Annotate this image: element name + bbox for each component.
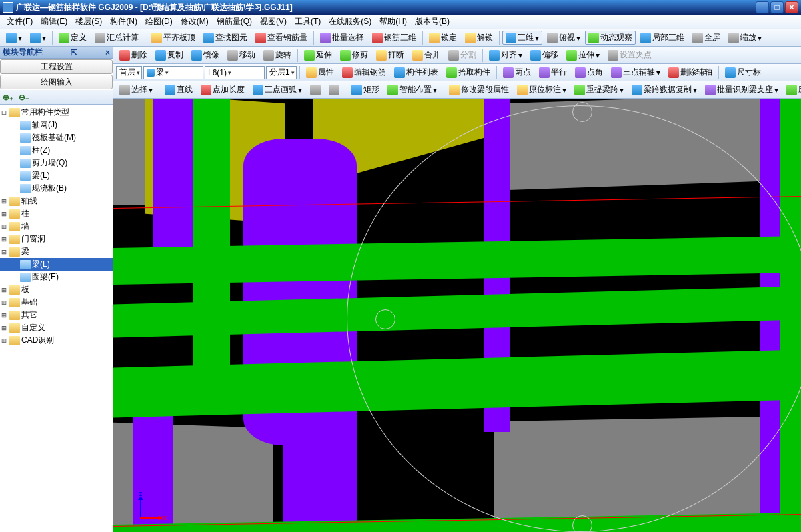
parallel-button[interactable]: 平行 [536, 65, 570, 79]
fullscreen-button[interactable]: 全屏 [689, 31, 724, 45]
tree-cat[interactable]: ⊞柱 [0, 207, 113, 220]
local-3d-button[interactable]: 局部三维 [637, 31, 688, 45]
select-button[interactable]: 选择▾ [116, 83, 156, 97]
minimize-button[interactable]: _ [756, 1, 769, 13]
tree-root[interactable]: ⊟常用构件类型 [0, 106, 113, 119]
menu-component[interactable]: 构件(N) [106, 16, 141, 27]
menu-file[interactable]: 文件(F) [3, 16, 37, 27]
apply-button[interactable]: 应用 [783, 83, 801, 97]
toolbar-small[interactable] [307, 83, 324, 97]
menu-floor[interactable]: 楼层(S) [71, 16, 106, 27]
redo-button[interactable]: ▾ [27, 31, 49, 45]
dim-label-button[interactable]: 尺寸标 [722, 65, 764, 79]
tree-beam-l[interactable]: 梁(L) [0, 258, 113, 271]
three-d-button[interactable]: 三维▾ [502, 31, 542, 45]
menu-view[interactable]: 视图(V) [256, 16, 291, 27]
tree-cat[interactable]: ⊞CAD识别 [0, 334, 113, 347]
toolbar-small2[interactable] [325, 83, 343, 97]
flat-slab-button[interactable]: 平齐板顶 [148, 31, 199, 45]
beam-data-button[interactable]: 梁跨数据复制▾ [628, 83, 700, 97]
undo-button[interactable]: ▾ [3, 31, 25, 45]
3d-viewport[interactable] [113, 99, 801, 532]
menu-help[interactable]: 帮助(H) [375, 16, 411, 27]
project-settings-button[interactable]: 工程设置 [0, 59, 113, 74]
orig-mark-button[interactable]: 原位标注▾ [514, 83, 570, 97]
top-view-button[interactable]: 俯视▾ [544, 31, 584, 45]
edit-rebar-button[interactable]: 编辑钢筋 [339, 65, 389, 79]
layer-select[interactable]: 分层1▾ [266, 66, 297, 79]
rebeam-button[interactable]: 重提梁跨▾ [571, 83, 627, 97]
tree-cat[interactable]: ⊞基础 [0, 296, 113, 309]
rect-button[interactable]: 矩形 [348, 83, 383, 97]
view-rebar-button[interactable]: 查看钢筋量 [252, 31, 311, 45]
tree-cat[interactable]: ⊞板 [0, 283, 113, 296]
two-points-button[interactable]: 两点 [500, 65, 534, 79]
unlock-button[interactable]: 解锁 [462, 31, 496, 45]
delete-button[interactable]: 删除 [116, 48, 151, 62]
three-curve-button[interactable]: 三点画弧▾ [249, 83, 305, 97]
close-button[interactable]: × [785, 1, 798, 13]
tree-item[interactable]: 柱(Z) [0, 144, 113, 157]
tree-item[interactable]: 梁(L) [0, 169, 113, 182]
trim-button[interactable]: 修剪 [337, 48, 371, 62]
find-elem-button[interactable]: 查找图元 [200, 31, 251, 45]
remove-node-icon[interactable]: ⊖₋ [19, 93, 29, 102]
component-select[interactable]: L6(1)▾ [205, 66, 265, 79]
maximize-button[interactable]: □ [770, 1, 784, 13]
mirror-button[interactable]: 镜像 [188, 48, 223, 62]
move-button[interactable]: 移动 [224, 48, 259, 62]
tree-cat[interactable]: ⊞门窗洞 [0, 233, 113, 245]
summary-button[interactable]: 汇总计算 [91, 31, 142, 45]
setgrip-button[interactable]: 设置夹点 [604, 48, 655, 62]
tree-cat[interactable]: ⊞自定义 [0, 321, 113, 334]
delete-axis-button[interactable]: 删除辅轴 [665, 65, 716, 79]
tree-cat[interactable]: ⊞轴线 [0, 195, 113, 207]
menu-rebar[interactable]: 钢筋量(Q) [213, 16, 256, 27]
extend-button[interactable]: 延伸 [301, 48, 335, 62]
tree-item[interactable]: 现浇板(B) [0, 182, 113, 195]
rebar-3d-button[interactable]: 钢筋三维 [369, 31, 420, 45]
menu-edit[interactable]: 编辑(E) [37, 16, 71, 27]
menu-draw[interactable]: 绘图(D) [141, 16, 177, 27]
tree-cat[interactable]: ⊞墙 [0, 220, 113, 233]
batch-beam-button[interactable]: 批量识别梁支座▾ [702, 83, 782, 97]
mod-segment-button[interactable]: 修改梁段属性 [446, 83, 512, 97]
tree-cat[interactable]: ⊞其它 [0, 309, 113, 321]
add-node-icon[interactable]: ⊕₊ [3, 93, 13, 102]
attributes-button[interactable]: 属性 [303, 65, 337, 79]
pin-icon[interactable]: ⇱ [71, 48, 77, 57]
copy-button[interactable]: 复制 [152, 48, 187, 62]
split-button[interactable]: 分割 [445, 48, 480, 62]
dynamic-view-button[interactable]: 动态观察 [585, 31, 636, 45]
point-angle-button[interactable]: 点角 [572, 65, 606, 79]
floor-select[interactable]: 首层▾ [116, 66, 142, 79]
offset-button[interactable]: 偏移 [527, 48, 562, 62]
tree-item[interactable]: 筏板基础(M) [0, 131, 113, 144]
menu-modify[interactable]: 修改(M) [177, 16, 213, 27]
point-length-button[interactable]: 点加长度 [197, 83, 248, 97]
draw-input-button[interactable]: 绘图输入 [0, 75, 113, 89]
menu-version[interactable]: 版本号(B) [411, 16, 454, 27]
break-button[interactable]: 打断 [373, 48, 408, 62]
stretch-button[interactable]: 拉伸▾ [563, 48, 603, 62]
smart-layout-button[interactable]: 智能布置▾ [384, 83, 440, 97]
define-button[interactable]: 定义 [55, 31, 90, 45]
tree-beam-cat[interactable]: ⊟梁 [0, 245, 113, 258]
three-axis-button[interactable]: 三点辅轴▾ [608, 65, 664, 79]
component-list-button[interactable]: 构件列表 [391, 65, 442, 79]
menu-online[interactable]: 在线服务(S) [325, 16, 375, 27]
line-button[interactable]: 直线 [161, 83, 196, 97]
rotate-button[interactable]: 旋转 [260, 48, 295, 62]
category-select[interactable]: 梁▾ [143, 66, 203, 79]
pick-component-button[interactable]: 拾取构件 [443, 65, 494, 79]
component-tree[interactable]: ⊟常用构件类型 轴网(J) 筏板基础(M) 柱(Z) 剪力墙(Q) 梁(L) 现… [0, 105, 113, 532]
tree-ring-beam[interactable]: 圈梁(E) [0, 271, 113, 283]
align-button[interactable]: 对齐▾ [486, 48, 526, 62]
merge-button[interactable]: 合并 [409, 48, 444, 62]
tree-item[interactable]: 轴网(J) [0, 119, 113, 131]
tree-item[interactable]: 剪力墙(Q) [0, 157, 113, 169]
menu-tools[interactable]: 工具(T) [291, 16, 325, 27]
panel-close-icon[interactable]: × [105, 48, 110, 57]
zoom-button[interactable]: 缩放▾ [725, 31, 765, 45]
batch-select-button[interactable]: 批量选择 [317, 31, 367, 45]
